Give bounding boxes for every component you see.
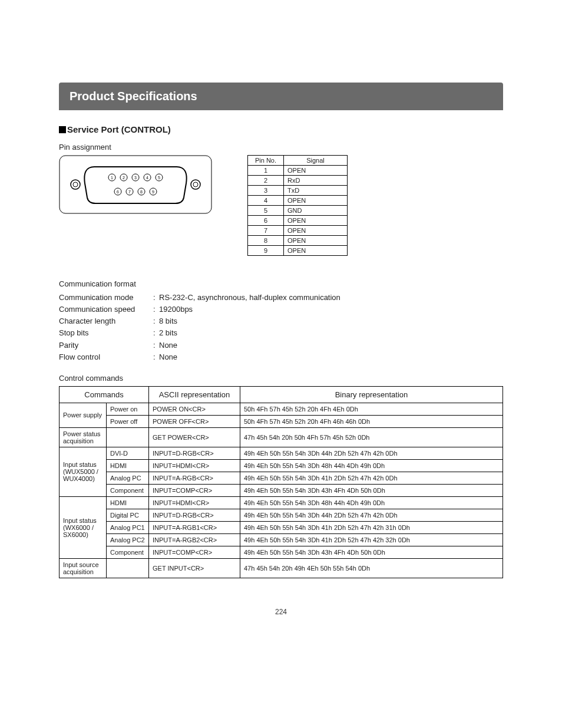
comm-colon: : — [153, 304, 159, 315]
command-category-cell: Power supply — [59, 403, 107, 427]
table-row: 2RxD — [248, 176, 348, 186]
comm-label: Communication speed — [59, 304, 153, 315]
command-sub-cell — [107, 558, 149, 578]
svg-text:3: 3 — [134, 176, 137, 180]
binary-cell: 49h 4Eh 50h 55h 54h 3Dh 48h 44h 4Dh 49h … — [240, 496, 503, 509]
table-row: 3TxD — [248, 186, 348, 196]
signal-cell: RxD — [284, 176, 348, 186]
pin-header: Pin No. — [248, 156, 284, 166]
signal-cell: GND — [284, 206, 348, 216]
command-sub-cell: Power on — [107, 403, 149, 415]
pin-cell: 5 — [248, 206, 284, 216]
table-row: Power offPOWER OFF<CR>50h 4Fh 57h 45h 52… — [59, 415, 503, 427]
ascii-cell: INPUT=COMP<CR> — [149, 546, 240, 558]
signal-cell: OPEN — [284, 166, 348, 176]
table-row: Power status acquisitionGET POWER<CR>47h… — [59, 427, 503, 447]
comm-colon: : — [153, 351, 159, 363]
svg-rect-0 — [59, 156, 211, 213]
table-header-row: Pin No. Signal — [248, 156, 348, 166]
table-row: Analog PCINPUT=A-RGB<CR>49h 4Eh 50h 55h … — [59, 472, 503, 484]
svg-point-3 — [191, 180, 200, 189]
command-category-cell: Input source acquisition — [59, 558, 107, 578]
binary-cell: 50h 4Fh 57h 45h 52h 20h 4Fh 4Eh 0Dh — [240, 403, 503, 415]
pin-cell: 2 — [248, 176, 284, 186]
svg-text:7: 7 — [128, 190, 131, 194]
ascii-cell: INPUT=D-RGB<CR> — [149, 447, 240, 459]
command-sub-cell: Analog PC — [107, 472, 149, 484]
pin-cell: 8 — [248, 236, 284, 246]
pin-cell: 7 — [248, 226, 284, 236]
svg-point-4 — [193, 182, 198, 187]
table-row: Power supplyPower onPOWER ON<CR>50h 4Fh … — [59, 403, 503, 415]
control-commands-table: Commands ASCII representation Binary rep… — [59, 386, 503, 578]
svg-text:4: 4 — [146, 176, 148, 180]
control-commands-heading: Control commands — [59, 374, 503, 383]
binary-cell: 49h 4Eh 50h 55h 54h 3Dh 41h 2Dh 52h 47h … — [240, 472, 503, 484]
signal-header: Signal — [284, 156, 348, 166]
comm-format-block: Communication mode: RS-232-C, asynchrono… — [59, 292, 503, 363]
comm-value: None — [159, 340, 177, 351]
comm-row: Parity: None — [59, 340, 503, 351]
command-sub-cell: Power off — [107, 415, 149, 427]
table-row: 4OPEN — [248, 196, 348, 206]
table-row: Input status (WUX5000 / WUX4000)DVI-DINP… — [59, 447, 503, 459]
svg-point-1 — [71, 180, 80, 189]
comm-label: Stop bits — [59, 327, 153, 339]
binary-cell: 49h 4Eh 50h 55h 54h 3Dh 43h 4Fh 4Dh 50h … — [240, 484, 503, 496]
comm-colon: : — [153, 292, 159, 304]
comm-row: Stop bits: 2 bits — [59, 327, 503, 339]
page-title: Product Specifications — [59, 83, 503, 110]
table-header-row: Commands ASCII representation Binary rep… — [59, 386, 503, 403]
command-sub-cell: HDMI — [107, 496, 149, 509]
binary-cell: 47h 45h 54h 20h 50h 4Fh 57h 45h 52h 0Dh — [240, 427, 503, 447]
command-sub-cell: Component — [107, 546, 149, 558]
svg-text:6: 6 — [117, 190, 119, 194]
pin-cell: 3 — [248, 186, 284, 196]
ascii-cell: INPUT=A-RGB<CR> — [149, 472, 240, 484]
pin-cell: 4 — [248, 196, 284, 206]
bullet-square-icon — [59, 126, 66, 133]
command-sub-cell: HDMI — [107, 459, 149, 472]
command-sub-cell: Digital PC — [107, 509, 149, 521]
binary-cell: 49h 4Eh 50h 55h 54h 3Dh 44h 2Dh 52h 47h … — [240, 509, 503, 521]
comm-colon: : — [153, 327, 159, 339]
pin-assignment-table: Pin No. Signal 1OPEN2RxD3TxD4OPEN5GND6OP… — [247, 155, 348, 256]
comm-colon: : — [153, 315, 159, 327]
section-header: Service Port (CONTROL) — [59, 124, 503, 134]
signal-cell: TxD — [284, 186, 348, 196]
signal-cell: OPEN — [284, 246, 348, 256]
comm-row: Communication speed: 19200bps — [59, 304, 503, 315]
command-sub-cell: Analog PC2 — [107, 533, 149, 546]
comm-row: Communication mode: RS-232-C, asynchrono… — [59, 292, 503, 304]
command-category-cell: Input status (WUX5000 / WUX4000) — [59, 447, 107, 496]
svg-text:9: 9 — [152, 190, 154, 194]
signal-cell: OPEN — [284, 196, 348, 206]
comm-colon: : — [153, 340, 159, 351]
table-row: HDMIINPUT=HDMI<CR>49h 4Eh 50h 55h 54h 3D… — [59, 459, 503, 472]
binary-cell: 49h 4Eh 50h 55h 54h 3Dh 41h 2Dh 52h 47h … — [240, 521, 503, 533]
binary-cell: 49h 4Eh 50h 55h 54h 3Dh 41h 2Dh 52h 47h … — [240, 533, 503, 546]
pin-cell: 1 — [248, 166, 284, 176]
table-row: ComponentINPUT=COMP<CR>49h 4Eh 50h 55h 5… — [59, 546, 503, 558]
table-row: Input status (WX6000 / SX6000)HDMIINPUT=… — [59, 496, 503, 509]
binary-cell: 47h 45h 54h 20h 49h 4Eh 50h 55h 54h 0Dh — [240, 558, 503, 578]
comm-value: RS-232-C, asynchronous, half-duplex comm… — [159, 292, 340, 304]
signal-cell: OPEN — [284, 226, 348, 236]
binary-cell: 49h 4Eh 50h 55h 54h 3Dh 48h 44h 4Dh 49h … — [240, 459, 503, 472]
command-category-cell: Power status acquisition — [59, 427, 107, 447]
table-row: 1OPEN — [248, 166, 348, 176]
comm-label: Parity — [59, 340, 153, 351]
pin-assignment-heading: Pin assignment — [59, 143, 503, 151]
table-row: 8OPEN — [248, 236, 348, 246]
comm-label: Communication mode — [59, 292, 153, 304]
pin-cell: 9 — [248, 246, 284, 256]
ascii-cell: INPUT=COMP<CR> — [149, 484, 240, 496]
table-row: 9OPEN — [248, 246, 348, 256]
comm-label: Character length — [59, 315, 153, 327]
ascii-cell: INPUT=HDMI<CR> — [149, 459, 240, 472]
ascii-cell: INPUT=HDMI<CR> — [149, 496, 240, 509]
comm-value: 2 bits — [159, 327, 177, 339]
signal-cell: OPEN — [284, 236, 348, 246]
binary-cell: 49h 4Eh 50h 55h 54h 3Dh 44h 2Dh 52h 47h … — [240, 447, 503, 459]
ascii-cell: GET POWER<CR> — [149, 427, 240, 447]
